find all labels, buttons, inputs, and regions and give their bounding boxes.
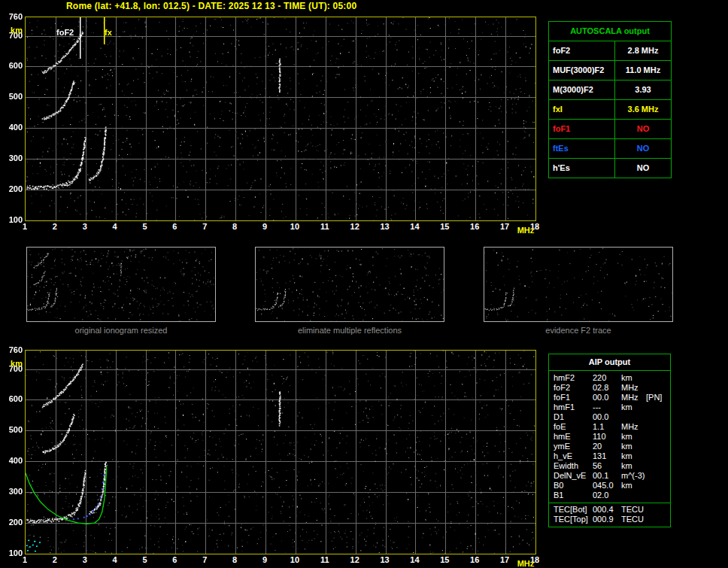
y-axis-tick-400-plot2: 400 [3, 456, 23, 465]
foF2-marker-label: foF2 [56, 28, 74, 37]
autoscala-row-hEs: h'EsNO [549, 159, 671, 178]
station-title: Rome (lat: +41.8, lon: 012.5) - DATE: 20… [66, 1, 356, 11]
fx-marker-label: fx [105, 28, 112, 37]
autoscala-param-label: foF1 [549, 120, 615, 138]
aip-value: 20 [593, 442, 621, 451]
aip-row-D1: D100.0 [549, 412, 670, 422]
ionogram-canvas-top [26, 17, 535, 220]
x-axis-tick-11-plot1: 11 [317, 222, 332, 231]
aip-name: foE [549, 422, 593, 432]
aip-unit: km [621, 432, 646, 442]
y-axis-tick-500-plot1: 500 [3, 92, 23, 101]
aip-unit: m^(-3) [621, 471, 646, 481]
aip-unit: km [621, 461, 646, 471]
aip-table-separator [549, 503, 670, 503]
ionogram-plot-top: foF2 fx [25, 17, 536, 221]
aip-name: foF2 [549, 383, 593, 393]
aip-value: 00.1 [593, 471, 621, 481]
x-axis-tick-10-plot1: 10 [287, 222, 302, 231]
autoscala-param-label: h'Es [549, 159, 615, 178]
aip-row-foF2: foF202.8MHz [549, 383, 670, 393]
autoscala-param-label: M(3000)F2 [549, 80, 615, 99]
aip-table-rows: hmF2220kmfoF202.8MHzfoF100.0MHz[PN]hmF1-… [549, 373, 670, 500]
x-axis-tick-5-plot2: 5 [138, 555, 153, 564]
thumbnail-caption-reflections: eliminate multiple reflections [255, 326, 444, 335]
aip-row-B1: B102.0 [549, 491, 670, 500]
autoscala-row-fxI: fxI3.6 MHz [549, 100, 671, 120]
y-axis-tick-300-plot1: 300 [3, 153, 23, 163]
aip-row-B0: B0045.0km [549, 481, 670, 491]
x-axis-tick-1-plot1: 1 [17, 222, 32, 231]
y-axis-tick-760-plot1: 760 [3, 12, 23, 21]
aip-value: 00.0 [593, 393, 621, 402]
x-axis-tick-15-plot2: 15 [437, 555, 452, 564]
x-axis-tick-17-plot1: 17 [497, 222, 512, 231]
autoscala-row-MUF3000F2: MUF(3000)F211.0 MHz [549, 61, 671, 80]
x-axis-tick-3-plot2: 3 [77, 555, 93, 564]
x-axis-tick-2-plot2: 2 [47, 555, 62, 564]
thumbnail-caption-original: original ionogram resized [26, 326, 216, 335]
aip-unit: km [621, 481, 646, 491]
y-axis-tick-200-plot1: 200 [3, 184, 23, 193]
x-axis-tick-3-plot1: 3 [77, 222, 93, 231]
aip-unit: TECU [621, 515, 646, 524]
aip-row-hmF1: hmF1---km [549, 402, 670, 412]
x-axis-tick-13-plot1: 13 [378, 222, 393, 231]
y-axis-tick-600-plot1: 600 [3, 61, 23, 70]
x-axis-tick-5-plot1: 5 [138, 222, 153, 231]
x-axis-tick-16-plot2: 16 [467, 555, 482, 564]
x-axis-tick-12-plot1: 12 [347, 222, 362, 231]
autoscala-param-value: 3.93 [615, 80, 671, 99]
thumbnail-canvas-reflections [256, 248, 444, 321]
aip-row-ymE: ymE20km [549, 442, 670, 451]
autoscala-row-M3000F2: M(3000)F23.93 [549, 80, 671, 100]
thumbnail-original-ionogram [26, 247, 216, 322]
aip-name: h_vE [549, 451, 593, 461]
autoscala-param-value: 3.6 MHz [615, 100, 671, 119]
thumbnail-canvas-f2trace [484, 248, 672, 321]
autoscala-row-ftEs: ftEsNO [549, 139, 671, 159]
aip-name: D1 [549, 412, 593, 422]
x-axis-tick-8-plot1: 8 [227, 222, 242, 231]
aip-name: ymE [549, 442, 593, 451]
aip-row-hvE: h_vE131km [549, 451, 670, 461]
x-axis-tick-4-plot2: 4 [108, 555, 123, 564]
aip-name: B1 [549, 491, 593, 500]
x-axis-tick-10-plot2: 10 [287, 555, 302, 564]
x-axis-tick-7-plot1: 7 [197, 222, 212, 231]
x-axis-tick-15-plot1: 15 [437, 222, 452, 231]
aip-name: TEC[Bot] [549, 505, 593, 515]
aip-name: B0 [549, 481, 593, 491]
aip-tec-row-TECBot: TEC[Bot]000.4TECU [549, 505, 670, 515]
aip-value: 00.0 [593, 412, 621, 422]
thumbnail-multiple-reflections-removed [255, 247, 444, 322]
thumbnail-f2-trace-evidence [484, 247, 673, 322]
autoscala-param-value: NO [615, 139, 671, 158]
thumbnail-canvas-original [27, 248, 215, 321]
y-axis-tick-600-plot2: 600 [3, 394, 23, 403]
x-axis-tick-16-plot1: 16 [467, 222, 482, 231]
x-axis-tick-7-plot2: 7 [197, 555, 212, 564]
aip-unit: km [621, 451, 646, 461]
aip-unit: TECU [621, 505, 646, 515]
aip-tec-row-TECTop: TEC[Top]000.9TECU [549, 515, 670, 524]
aip-value: 000.4 [593, 505, 621, 515]
x-axis-tick-2-plot1: 2 [47, 222, 62, 231]
aip-name: TEC[Top] [549, 515, 593, 524]
aip-output-table: AIP output hmF2220kmfoF202.8MHzfoF100.0M… [548, 354, 671, 527]
aip-name: hmF2 [549, 373, 593, 383]
x-axis-unit-plot1: MHz [513, 226, 538, 235]
aip-name: Ewidth [549, 461, 593, 471]
aip-table-header: AIP output [549, 354, 670, 371]
thumbnail-caption-f2trace: evidence F2 trace [484, 326, 673, 335]
aip-unit: MHz [621, 393, 646, 402]
autoscala-param-label: MUF(3000)F2 [549, 61, 615, 80]
aip-name: hmE [549, 432, 593, 442]
y-axis-tick-200-plot2: 200 [3, 518, 23, 527]
aip-value: 02.8 [593, 383, 621, 393]
aip-row-Ewidth: Ewidth56km [549, 461, 670, 471]
autoscala-table-header: AUTOSCALA output [549, 22, 671, 41]
x-axis-tick-14-plot2: 14 [407, 555, 422, 564]
x-axis-tick-6-plot2: 6 [167, 555, 182, 564]
aip-value: 045.0 [593, 481, 621, 491]
